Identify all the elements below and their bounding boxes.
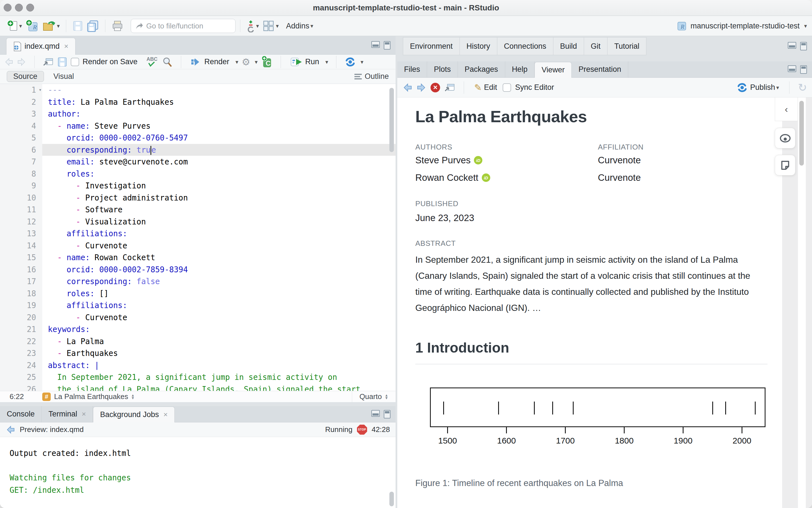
code-line[interactable]: 11 - Software [0,204,396,216]
version-control-button[interactable]: ▾ [245,18,260,34]
code-line[interactable]: 26 the island of La Palma (Canary Island… [0,383,396,392]
clear-viewer-icon[interactable]: × [431,83,440,92]
tab-source[interactable]: Source [7,71,44,82]
render-on-save-checkbox[interactable] [71,58,79,66]
code-line[interactable]: 6 corresponding: true [0,144,396,156]
code-line[interactable]: 15 - name: Rowan Cockett [0,251,396,263]
back-icon[interactable] [4,57,13,67]
doc-mode-selector[interactable]: Quarto ▲▼ [352,391,396,402]
orcid-icon[interactable]: iD [482,173,490,182]
new-project-button[interactable]: R [24,18,41,34]
rerun-sync-icon[interactable] [344,56,356,67]
code-line[interactable]: 12 - Visualization [0,216,396,228]
tab-help[interactable]: Help [505,61,535,77]
tab-visual[interactable]: Visual [53,72,74,81]
publish-button[interactable]: Publish ▾ [734,81,781,94]
forward-icon[interactable] [17,57,27,67]
forward-icon[interactable] [416,83,427,92]
code-line[interactable]: 25 In September 2021, a significant jump… [0,371,396,383]
viewer-scrollbar-thumb[interactable] [799,101,804,166]
code-line[interactable]: 21keywords: [0,323,396,335]
section-selector[interactable]: La Palma Earthquakes [54,392,128,401]
tab-files[interactable]: Files [397,61,427,77]
maximize-pane-icon[interactable] [384,410,391,418]
code-line[interactable]: 23 - Earthquakes [0,347,396,359]
orcid-icon[interactable]: iD [474,156,482,164]
code-line[interactable]: 5 orcid: 0000-0002-0760-5497 [0,132,396,144]
tab-git[interactable]: Git [584,37,607,55]
spellcheck-icon[interactable]: ABC [146,56,158,68]
minimize-pane-icon[interactable] [788,65,796,72]
stop-job-button[interactable]: STOP [357,425,367,435]
console-scrollbar-thumb[interactable] [390,492,394,506]
render-settings-gear-icon[interactable]: ⚙ [242,56,250,68]
new-file-button[interactable]: ▾ [5,18,24,33]
popout-icon[interactable] [43,57,54,67]
chevron-down-icon[interactable]: ▾ [325,58,328,65]
save-all-button[interactable] [85,18,100,33]
tab-environment[interactable]: Environment [403,37,459,55]
search-icon[interactable] [162,56,173,68]
edit-button[interactable]: ✎ Edit [473,81,499,94]
workspace-panes-button[interactable]: ▾ [260,18,280,33]
sync-editor-checkbox[interactable] [503,83,511,92]
collapse-panel-button[interactable]: ‹ [775,97,798,121]
save-button[interactable] [71,19,85,33]
render-button[interactable]: Render [189,56,231,68]
code-line[interactable]: 4 - name: Steve Purves [0,120,396,132]
code-line[interactable]: 18 roles: [] [0,288,396,300]
print-button[interactable] [110,19,125,33]
code-line[interactable]: 22 - La Palma [0,335,396,347]
chevron-down-icon[interactable]: ▾ [255,58,257,65]
code-line[interactable]: 16 orcid: 0000-0002-7859-8394 [0,263,396,276]
tab-plots[interactable]: Plots [427,61,458,77]
goto-file-search[interactable] [131,19,236,33]
minimize-pane-icon[interactable] [371,410,380,417]
tab-build[interactable]: Build [553,37,584,55]
code-line[interactable]: 3author: [0,108,396,120]
tab-presentation[interactable]: Presentation [572,61,628,77]
maximize-pane-icon[interactable] [384,41,391,50]
annotation-button[interactable] [775,155,796,175]
code-line[interactable]: 20 - Curvenote [0,311,396,324]
tab-connections[interactable]: Connections [497,37,553,55]
addins-menu[interactable]: Addins ▾ [284,20,315,32]
tab-index-qmd[interactable]: index.qmd × [6,38,76,55]
code-line[interactable]: 8 roles: [0,168,396,180]
code-line[interactable]: 19 affiliations: [0,299,396,311]
close-tab-icon[interactable]: × [82,410,86,418]
viewer-scrollbar[interactable] [798,97,805,508]
code-line[interactable]: 14 - Curvenote [0,240,396,252]
code-line[interactable]: 13 affiliations: [0,227,396,240]
project-menu[interactable]: R manuscript-template-rstudio-test ▾ [676,20,807,32]
goto-file-input[interactable] [146,22,231,31]
outline-toggle[interactable]: Outline [355,72,389,81]
close-tab-icon[interactable]: × [163,410,168,419]
open-file-button[interactable]: ▾ [41,18,62,33]
code-line[interactable]: 7 email: steve@curvenote.com [0,156,396,168]
minimize-pane-icon[interactable] [788,42,796,49]
code-line[interactable]: 10 - Project administration [0,192,396,204]
code-line[interactable]: 24abstract: | [0,359,396,372]
tab-terminal[interactable]: Terminal× [42,406,93,422]
refresh-icon[interactable]: ↻ [798,81,807,94]
tab-history[interactable]: History [459,37,497,55]
fold-caret-icon[interactable]: ▾ [39,84,42,96]
tab-tutorial[interactable]: Tutorial [607,37,646,55]
tab-background-jobs[interactable]: Background Jobs× [93,407,175,422]
code-line[interactable]: 1▾--- [0,84,396,96]
code-line[interactable]: 17 corresponding: false [0,276,396,288]
editor-scrollbar-thumb[interactable] [390,88,394,152]
chevron-down-icon[interactable]: ▾ [361,58,363,65]
tab-viewer[interactable]: Viewer [534,62,572,78]
code-line[interactable]: 9 - Investigation [0,180,396,192]
maximize-pane-icon[interactable] [800,42,807,50]
focus-button[interactable] [775,128,796,149]
save-icon[interactable] [57,56,67,67]
viewer-content[interactable]: La Palma Earthquakes AUTHORS AFFILIATION… [397,97,812,508]
tab-packages[interactable]: Packages [458,61,505,77]
insert-chunk-icon[interactable]: C [261,55,273,69]
job-output[interactable]: Output created: index.html Watching file… [0,437,396,508]
minimize-pane-icon[interactable] [371,41,380,48]
tab-console[interactable]: Console [0,406,42,422]
